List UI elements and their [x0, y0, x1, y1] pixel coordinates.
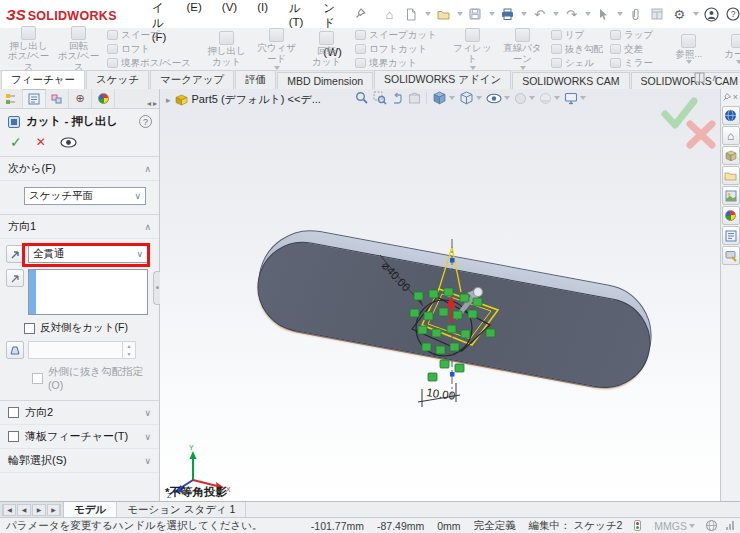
first-tab-button[interactable]: ◀ [2, 504, 16, 516]
motion-study-tab[interactable]: モーション スタディ 1 [117, 502, 246, 517]
redo-caret-icon[interactable] [585, 12, 591, 16]
cancel-button[interactable]: ✕ [36, 135, 46, 149]
model-tab[interactable]: モデル [64, 502, 117, 517]
direction-reference-button[interactable] [6, 269, 24, 287]
end-condition-select[interactable]: 全貫通 ∨ [28, 245, 148, 263]
display-style-icon[interactable] [459, 91, 482, 105]
undo-icon[interactable]: ↶ [530, 5, 549, 23]
preview-eye-icon[interactable] [60, 137, 77, 148]
dimxpert-manager-tab[interactable]: ⊕ [69, 89, 92, 108]
boundary-boss-button[interactable]: 境界ボス/ベース [105, 57, 193, 70]
thin-feature-checkbox[interactable] [8, 431, 19, 442]
task-scheduler-icon[interactable] [648, 5, 667, 23]
spinner-up-icon[interactable]: ▲ [123, 342, 135, 350]
unit-system[interactable]: MMGS [654, 520, 687, 532]
previous-view-icon[interactable] [391, 92, 404, 105]
viewport-layout-icon[interactable] [694, 72, 705, 83]
mirror-button[interactable]: ミラー [608, 57, 655, 70]
unit-system-caret-icon[interactable] [689, 524, 695, 528]
options-gear-icon[interactable]: ⚙ [670, 5, 689, 23]
lofted-boss-button[interactable]: ロフト [105, 43, 193, 56]
select-caret-icon[interactable] [617, 12, 623, 16]
ok-button[interactable]: ✓ [10, 134, 22, 150]
display-style-caret-icon[interactable] [476, 96, 482, 100]
open-icon[interactable] [434, 5, 453, 23]
tab-mbd-dimension[interactable]: MBD Dimension [277, 72, 373, 89]
custom-properties-button[interactable] [722, 226, 740, 245]
new-document-icon[interactable] [402, 5, 421, 23]
appearance-caret-icon[interactable] [529, 96, 535, 100]
next-tab-button[interactable]: ▶ [32, 504, 46, 516]
zoom-fit-icon[interactable] [355, 91, 369, 105]
task-pane-pin-icon[interactable] [723, 93, 731, 101]
direction2-checkbox[interactable] [8, 407, 19, 418]
view-orientation-icon[interactable] [432, 91, 455, 105]
open-caret-icon[interactable] [457, 12, 463, 16]
redo-icon[interactable]: ↷ [562, 5, 581, 23]
extruded-cut-button[interactable]: 押し出し カット [203, 29, 250, 69]
intersect-button[interactable]: 交差 [608, 43, 655, 56]
flip-side-checkbox[interactable] [24, 323, 35, 334]
graphics-viewport[interactable]: ▸ Part5 (デフォルト) <<デ... [160, 89, 720, 501]
select-cursor-icon[interactable] [594, 5, 613, 23]
tab-solidworks-cam-tbm[interactable]: SOLIDWORKS CAM TBM [631, 72, 740, 89]
part-body[interactable] [250, 222, 660, 397]
curves-button[interactable]: カーブ [715, 32, 740, 67]
menu-pin-icon[interactable] [355, 8, 366, 21]
hide-show-caret-icon[interactable] [504, 96, 510, 100]
extruded-boss-base-button[interactable]: 押し出し ボス/ベース [5, 24, 52, 75]
view-palette-button[interactable] [722, 186, 740, 205]
account-icon[interactable] [702, 5, 721, 23]
draft-outward-checkbox[interactable] [32, 373, 43, 384]
revolved-boss-base-button[interactable]: 回転 ボス/ベース [55, 24, 102, 75]
section-direction2-header[interactable]: 方向2 ∨ [0, 401, 159, 425]
tab-evaluate[interactable]: 評価 [235, 70, 276, 89]
section-view-icon[interactable] [408, 92, 421, 105]
breadcrumb[interactable]: ▸ Part5 (デフォルト) <<デ... [166, 92, 321, 107]
configuration-manager-tab[interactable] [46, 89, 69, 108]
pm-help-icon[interactable]: ? [139, 115, 152, 128]
tabs-scroll-right-icon[interactable]: ▸ [153, 99, 157, 108]
print-caret-icon[interactable] [521, 12, 527, 16]
previous-tab-button[interactable]: ◀ [17, 504, 31, 516]
file-explorer-button[interactable] [722, 166, 740, 185]
new-caret-icon[interactable] [425, 12, 431, 16]
help-icon[interactable]: ? [724, 5, 740, 23]
zoom-area-icon[interactable] [373, 91, 387, 105]
home-icon[interactable]: ⌂ [380, 5, 399, 23]
edit-appearance-icon[interactable] [514, 92, 535, 105]
home-button[interactable]: ⌂ [722, 126, 740, 145]
swept-boss-button[interactable]: スイープ [105, 29, 193, 42]
draft-button[interactable]: 抜き勾配 [549, 43, 605, 56]
section-from-header[interactable]: 次から(F) ∧ [0, 157, 159, 181]
undo-caret-icon[interactable] [553, 12, 559, 16]
draft-angle-spinner[interactable]: ▲▼ [28, 341, 136, 359]
wrap-button[interactable]: ラップ [608, 29, 655, 42]
save-icon[interactable] [466, 5, 485, 23]
last-tab-button[interactable]: ▶ [47, 504, 61, 516]
revolved-cut-button[interactable]: 回転 カット [303, 29, 350, 69]
property-manager-tab[interactable] [23, 89, 46, 108]
section-selected-contours-header[interactable]: 輪郭選択(S) ∨ [0, 449, 159, 473]
confirm-corner-ok-icon[interactable] [665, 101, 694, 125]
sketch-point[interactable] [450, 372, 455, 377]
shell-button[interactable]: シェル [549, 57, 605, 70]
view-settings-icon[interactable] [564, 92, 586, 105]
panel-collapse-handle[interactable] [153, 271, 160, 305]
draft-angle-button[interactable] [6, 341, 24, 359]
section-direction1-header[interactable]: 方向1 ∧ [0, 215, 159, 239]
tab-features[interactable]: フィーチャー [1, 70, 85, 90]
task-pane-close-icon[interactable]: × [733, 92, 738, 102]
options-caret-icon[interactable] [693, 12, 699, 16]
appearances-scenes-button[interactable] [722, 206, 740, 225]
design-library-button[interactable] [722, 146, 740, 165]
swept-cut-button[interactable]: スイープカット [353, 29, 439, 42]
lofted-cut-button[interactable]: ロフトカット [353, 43, 439, 56]
tab-solidworks-cam[interactable]: SOLIDWORKS CAM [512, 72, 629, 89]
tab-markup[interactable]: マークアップ [150, 70, 234, 89]
tabs-scroll-left-icon[interactable]: ◂ [147, 99, 151, 108]
collapse-ribbon-icon[interactable]: ∧ [711, 73, 718, 83]
reference-geometry-button[interactable]: 参照... [665, 32, 712, 67]
direction-reference-pickbox[interactable] [28, 269, 148, 315]
attachment-icon[interactable] [626, 5, 645, 23]
